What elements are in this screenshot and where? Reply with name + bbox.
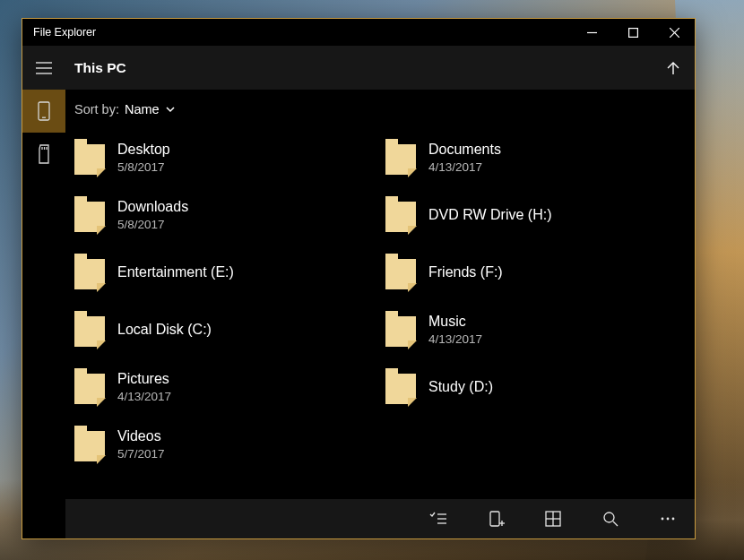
folder-date: 4/13/2017 — [428, 160, 501, 174]
folder-meta: Local Disk (C:) — [117, 322, 212, 338]
minimize-icon — [587, 28, 597, 38]
folder-meta: Study (D:) — [428, 379, 493, 395]
folder-meta: DVD RW Drive (H:) — [428, 207, 551, 223]
folder-icon — [74, 368, 105, 406]
minimize-button[interactable] — [571, 19, 612, 46]
folder-icon — [74, 139, 105, 177]
svg-point-26 — [672, 518, 675, 521]
svg-rect-1 — [628, 28, 637, 37]
folder-icon — [385, 139, 416, 177]
folder-item[interactable]: Desktop5/8/2017 — [73, 129, 376, 186]
more-button[interactable] — [655, 506, 680, 531]
rail-tab-sd-card[interactable] — [22, 133, 65, 176]
folder-meta: Videos5/7/2017 — [117, 428, 165, 461]
more-icon — [659, 510, 677, 528]
device-plus-icon — [487, 510, 505, 528]
folder-name: Videos — [117, 428, 165, 444]
window-title: File Explorer — [33, 26, 96, 39]
left-rail — [22, 90, 65, 538]
sort-label: Sort by: — [74, 102, 119, 116]
folder-date: 5/7/2017 — [117, 447, 165, 461]
arrow-up-icon — [665, 60, 681, 76]
up-button[interactable] — [652, 46, 695, 90]
folder-name: Friends (F:) — [428, 264, 503, 280]
folder-icon — [385, 311, 416, 349]
folder-item[interactable]: Videos5/7/2017 — [73, 416, 376, 473]
folder-item[interactable]: Music4/13/2017 — [384, 301, 688, 358]
folder-item[interactable]: Entertainment (E:) — [73, 244, 376, 301]
items-grid: Desktop5/8/2017Documents4/13/2017Downloa… — [65, 129, 695, 499]
search-button[interactable] — [598, 506, 623, 531]
folder-meta: Entertainment (E:) — [117, 264, 234, 280]
select-mode-button[interactable] — [426, 506, 451, 531]
folder-date: 5/8/2017 — [117, 218, 188, 231]
folder-icon — [385, 368, 416, 406]
folder-item[interactable]: Friends (F:) — [384, 244, 688, 301]
menu-button[interactable] — [22, 46, 65, 90]
folder-date: 5/8/2017 — [117, 160, 170, 174]
svg-point-24 — [662, 518, 664, 521]
folder-name: Downloads — [117, 199, 188, 215]
folder-name: Pictures — [117, 371, 171, 387]
current-location[interactable]: This PC — [65, 60, 652, 76]
svg-point-25 — [667, 518, 670, 521]
folder-meta: Documents4/13/2017 — [428, 142, 501, 174]
svg-point-22 — [604, 513, 614, 522]
folder-meta: Pictures4/13/2017 — [117, 371, 171, 403]
search-icon — [601, 510, 619, 528]
folder-icon — [74, 196, 105, 234]
maximize-button[interactable] — [612, 19, 653, 46]
folder-meta: Desktop5/8/2017 — [117, 142, 170, 174]
folder-item[interactable]: Local Disk (C:) — [73, 301, 376, 358]
rail-tab-this-device[interactable] — [22, 90, 65, 133]
folder-meta: Downloads5/8/2017 — [117, 199, 188, 231]
folder-meta: Music4/13/2017 — [428, 314, 482, 346]
svg-rect-16 — [490, 512, 499, 526]
view-button[interactable] — [541, 506, 566, 531]
folder-name: DVD RW Drive (H:) — [428, 207, 551, 223]
folder-name: Desktop — [117, 142, 170, 158]
folder-name: Music — [428, 314, 482, 330]
path-header: This PC — [22, 46, 695, 90]
phone-icon — [37, 101, 51, 121]
folder-item[interactable]: Pictures4/13/2017 — [73, 358, 376, 416]
chevron-down-icon — [165, 104, 176, 115]
folder-icon — [74, 426, 105, 463]
titlebar[interactable]: File Explorer — [22, 19, 695, 46]
sort-value[interactable]: Name — [125, 102, 176, 116]
grid-view-icon — [544, 510, 562, 528]
folder-item[interactable]: Downloads5/8/2017 — [73, 186, 376, 244]
folder-name: Study (D:) — [428, 379, 493, 395]
folder-meta: Friends (F:) — [428, 264, 503, 280]
folder-icon — [385, 254, 416, 291]
folder-date: 4/13/2017 — [428, 332, 482, 346]
folder-item[interactable]: Documents4/13/2017 — [384, 129, 688, 186]
close-icon — [670, 28, 679, 38]
folder-date: 4/13/2017 — [117, 390, 171, 403]
command-bar — [65, 499, 695, 538]
svg-line-23 — [613, 521, 618, 526]
new-window-button[interactable] — [483, 506, 508, 531]
folder-item[interactable]: DVD RW Drive (H:) — [384, 186, 688, 244]
folder-name: Documents — [428, 142, 501, 158]
sort-bar[interactable]: Sort by: Name — [65, 90, 695, 129]
close-button[interactable] — [653, 19, 695, 46]
maximize-icon — [628, 28, 638, 38]
folder-name: Entertainment (E:) — [117, 264, 234, 280]
sd-card-icon — [37, 144, 51, 164]
folder-icon — [385, 196, 416, 234]
folder-icon — [74, 254, 105, 291]
folder-icon — [74, 311, 105, 349]
checklist-icon — [429, 510, 447, 528]
hamburger-icon — [36, 62, 52, 74]
folder-name: Local Disk (C:) — [117, 322, 212, 338]
folder-item[interactable]: Study (D:) — [384, 358, 688, 416]
sort-value-text: Name — [125, 102, 160, 116]
file-explorer-window: File Explorer This PC — [22, 18, 696, 539]
